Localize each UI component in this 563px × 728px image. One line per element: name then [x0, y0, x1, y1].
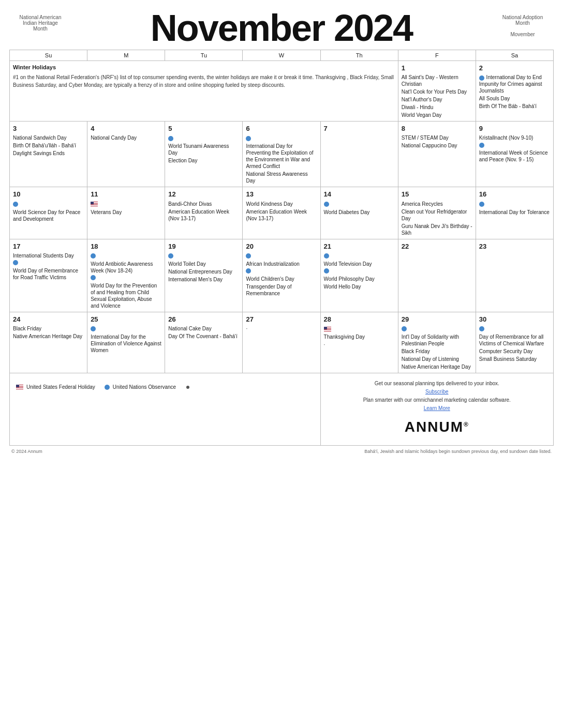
subscribe-link[interactable]: Subscribe [425, 389, 448, 395]
day-16-cell: 16 International Day for Tolerance [476, 187, 553, 239]
day-7-cell: 7 [320, 122, 398, 187]
event-tolerance-day: International Day for Tolerance [479, 209, 550, 216]
event-black-friday-29: Black Friday [402, 348, 472, 355]
day-10-cell: 10 World Science Day for Peace and Devel… [10, 187, 87, 239]
calendar-header: National AmericanIndian HeritageMonth No… [9, 9, 554, 47]
un-icon [168, 253, 173, 259]
day-15-cell: 15 America Recycles Clean out Your Refri… [398, 187, 476, 239]
event-tsunami-day: World Tsunami Awareness Day [168, 143, 239, 156]
event-daylight-savings: Daylight Savings Ends [13, 150, 84, 157]
col-sa: Sa [476, 50, 553, 61]
legend-un-text: United Nations Observance [113, 384, 176, 391]
un-icon [13, 260, 18, 265]
learn-more-link[interactable]: Learn More [424, 405, 450, 411]
day-3-number: 3 [13, 124, 84, 133]
legend-us-flag: United States Federal Holiday [16, 384, 95, 391]
winter-holidays-text: #1 on the National Retail Federation's (… [13, 73, 395, 89]
winter-holidays-title: Winter Holidays [13, 64, 395, 71]
event-cook-pets: Nat'l Cook for Your Pets Day [402, 88, 472, 95]
event-american-ed-week: American Education Week (Nov 13-17) [168, 208, 239, 222]
day-28-number: 28 [324, 315, 395, 324]
day-8-cell: 8 STEM / STEAM Day National Cappucino Da… [398, 122, 476, 187]
day-11-number: 11 [91, 190, 161, 199]
footer-row: United States Federal Holiday United Nat… [10, 373, 554, 445]
day-11-cell: 11 Veterans Day [87, 187, 165, 239]
un-icon [91, 253, 96, 259]
day-22-number: 22 [402, 242, 472, 251]
day-5-cell: 5 World Tsunami Awareness Day Election D… [165, 122, 243, 187]
event-computer-security: Computer Security Day [479, 348, 550, 355]
event-stem-day: STEM / STEAM Day [402, 134, 472, 141]
event-covenant-day: Day Of The Covenant - Bahá'í [168, 333, 239, 340]
col-su: Su [10, 50, 87, 61]
event-election-day: Election Day [168, 157, 239, 164]
us-flag-icon [324, 327, 331, 331]
col-f: F [398, 50, 476, 61]
col-tu: Tu [165, 50, 243, 61]
page-bottom: © 2024 Annum Bahá'í, Jewish and Islamic … [9, 449, 554, 454]
event-antibiotic: World Antibiotic Awareness Week (Nov 18-… [91, 261, 161, 274]
day-6-cell: 6 International Day for Preventing the E… [243, 122, 320, 187]
day-15-number: 15 [402, 190, 472, 199]
winter-holidays-cell: Winter Holidays #1 on the National Retai… [10, 61, 398, 122]
event-child-exploitation: World Day for the Prevention of and Heal… [91, 282, 161, 309]
un-icon [479, 326, 484, 331]
event-road-traffic: World Day of Remembrance for Road Traffi… [13, 267, 84, 281]
day-27-cell: 27 · [243, 312, 320, 373]
day-19-number: 19 [168, 242, 239, 251]
col-w: W [243, 50, 320, 61]
un-legend-icon [105, 385, 110, 390]
event-childrens-day: World Children's Day [246, 276, 317, 282]
event-science-peace: International Week of Science and Peace … [479, 149, 550, 163]
event-transgender-remembrance: Transgender Day of Remembrance [246, 283, 317, 297]
day-1-number: 1 [402, 64, 472, 73]
subscribe-text: Get our seasonal planning tips delivered… [327, 380, 547, 388]
un-icon [91, 275, 96, 280]
event-national-cake: National Cake Day [168, 325, 239, 332]
table-row: 10 World Science Day for Peace and Devel… [10, 187, 554, 239]
event-vegan-day: World Vegan Day [402, 112, 472, 118]
day-25-number: 25 [91, 315, 161, 324]
event-kindness-day: World Kindness Day [246, 201, 317, 207]
day-6-number: 6 [246, 124, 317, 133]
day-7-number: 7 [324, 124, 395, 133]
header-right-text: National AdoptionMonthMovember [492, 9, 554, 37]
col-th: Th [320, 50, 398, 61]
day-28-cell: 28 Thanksgiving Day · [320, 312, 398, 373]
event-world-science-day: World Science Day for Peace and Developm… [13, 209, 84, 222]
event-stress-day: National Stress Awareness Day [246, 171, 317, 184]
footer-legend-cell: United States Federal Holiday United Nat… [10, 373, 321, 445]
day-16-number: 16 [479, 190, 550, 199]
footer-subscribe-cell: Get our seasonal planning tips delivered… [320, 373, 553, 445]
event-small-business-saturday: Small Business Saturday [479, 356, 550, 362]
event-chemical-warfare: Day of Remembrance for all Victims of Ch… [479, 333, 550, 347]
table-row: 24 Black Friday Native American Heritage… [10, 312, 554, 373]
event-entrepreneurs: National Entrepreneurs Day [168, 268, 239, 275]
event-kristallnacht: Kristallnacht (Nov 9-10) [479, 134, 550, 141]
disclaimer-text: Bahá'í, Jewish and Islamic holidays begi… [364, 449, 552, 454]
day-14-number: 14 [324, 190, 395, 199]
un-icon [168, 136, 173, 141]
event-solidarity-palestine: Int'l Day of Solidarity with Palestinian… [402, 333, 472, 347]
right-month-text: National AdoptionMonthMovember [502, 14, 543, 37]
day-5-number: 5 [168, 124, 239, 133]
event-clean-fridge: Clean out Your Refridgerator Day [402, 208, 472, 222]
day-30-number: 30 [479, 315, 550, 324]
event-veterans-day: Veterans Day [91, 209, 161, 216]
event-black-friday-24: Black Friday [13, 325, 84, 332]
day-9-cell: 9 Kristallnacht (Nov 9-10) International… [476, 122, 553, 187]
event-america-recycles: America Recycles [402, 201, 472, 207]
un-icon [324, 202, 329, 207]
event-toilet-day: World Toilet Day [168, 261, 239, 267]
annum-logo: ANNUM® [327, 416, 547, 439]
event-birth-bab: Birth Of The Báb - Bahá'í [479, 103, 550, 110]
un-icon [246, 253, 251, 259]
event-diwali: Diwali - Hindu [402, 104, 472, 111]
event-guru-nanak: Guru Nanak Dev Ji's Birthday - Sikh [402, 223, 472, 236]
day-13-number: 13 [246, 190, 317, 199]
un-icon [479, 143, 484, 148]
event-american-ed-week2: American Education Week (Nov 13-17) [246, 208, 317, 222]
day-17-number: 17 [13, 242, 84, 251]
table-row: 17 International Students Day World Day … [10, 239, 554, 312]
day-25-cell: 25 International Day for the Elimination… [87, 312, 165, 373]
